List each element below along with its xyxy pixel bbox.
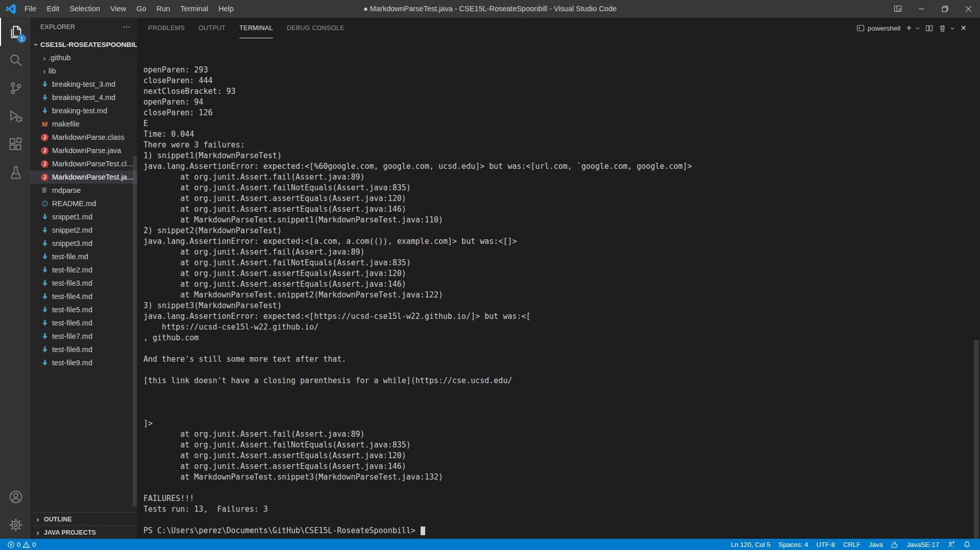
terminal-line: at org.junit.Assert.fail(Assert.java:89)	[137, 172, 973, 183]
tree-file[interactable]: snippet2.md	[30, 223, 137, 237]
bell-icon[interactable]	[959, 541, 975, 548]
tree-file[interactable]: JMarkdownParseTest.ja...	[30, 170, 137, 184]
panel-chevron-icon[interactable]: ›	[949, 27, 958, 30]
tree-file[interactable]: snippet3.md	[30, 237, 137, 250]
language-status[interactable]: Java	[865, 541, 887, 548]
terminal-line: at org.junit.Assert.fail(Assert.java:89)	[137, 247, 973, 258]
tree-file[interactable]: test-file5.md	[30, 303, 137, 316]
person-arrow-icon[interactable]	[943, 541, 959, 548]
java-runtime-status[interactable]: JavaSE-17	[902, 541, 943, 548]
file-label: test-file.md	[52, 253, 88, 261]
terminal-dropdown-chevron-icon[interactable]: ›	[914, 27, 923, 30]
thumbs-up-icon[interactable]	[887, 541, 902, 548]
close-icon[interactable]	[957, 0, 980, 17]
markdown-icon	[40, 213, 49, 220]
minimize-icon[interactable]	[910, 0, 933, 17]
terminal-scrollbar[interactable]	[974, 340, 979, 539]
menu-edit[interactable]: Edit	[41, 0, 64, 18]
section-outline[interactable]: › OUTLINE	[30, 512, 137, 526]
terminal-line: java.lang.AssertionError: expected:<[htt…	[137, 311, 973, 322]
gear-icon	[9, 518, 23, 532]
sidebar-item-testing[interactable]	[0, 158, 30, 186]
restore-icon[interactable]	[933, 0, 957, 17]
encoding-status[interactable]: UTF-8	[812, 541, 839, 548]
terminal-line	[137, 483, 973, 493]
file-label: README.md	[52, 199, 96, 208]
info-icon	[40, 200, 49, 207]
menu-bar: FileEditSelectionViewGoRunTerminalHelp	[19, 0, 239, 17]
terminal-line: E	[137, 118, 973, 129]
panel-tab-terminal[interactable]: TERMINAL	[239, 18, 273, 38]
sidebar-item-search[interactable]	[0, 46, 30, 74]
layout-panel-icon[interactable]	[886, 0, 910, 17]
menu-terminal[interactable]: Terminal	[175, 0, 213, 18]
more-actions-icon[interactable]: ⋯	[122, 22, 131, 32]
menu-help[interactable]: Help	[213, 0, 239, 18]
tree-file[interactable]: test-file8.md	[30, 343, 137, 356]
split-terminal-icon[interactable]	[925, 24, 933, 32]
sidebar-item-extensions[interactable]	[0, 130, 30, 158]
terminal-profile[interactable]: powershell	[856, 24, 901, 32]
sidebar-item-explorer[interactable]: 1	[0, 18, 30, 46]
file-tree: › CSE15L-ROSEATESPOONBILL ›.github›libbr…	[30, 36, 137, 369]
sidebar-scrollbar[interactable]	[133, 156, 137, 506]
file-label: breaking-test_4.md	[52, 93, 115, 102]
panel-tab-problems[interactable]: PROBLEMS	[148, 18, 185, 38]
tree-folder[interactable]: ›lib	[30, 64, 137, 78]
kill-terminal-icon[interactable]	[939, 24, 946, 32]
terminal-line: at org.junit.Assert.failNotEquals(Assert…	[137, 183, 973, 193]
sidebar-title: EXPLORER	[40, 23, 75, 31]
menu-file[interactable]: File	[19, 0, 41, 18]
file-label: breaking-test_3.md	[52, 80, 115, 88]
close-panel-icon[interactable]: ✕	[960, 23, 967, 33]
panel-tab-output[interactable]: OUTPUT	[199, 18, 226, 38]
warnings-icon	[22, 541, 30, 548]
tree-folder[interactable]: ›.github	[30, 51, 137, 64]
chevron-down-icon: ›	[32, 40, 41, 48]
tree-file[interactable]: mdparse	[30, 184, 137, 197]
tree-file[interactable]: test-file7.md	[30, 330, 137, 343]
tree-file[interactable]: Mmakefile	[30, 117, 137, 131]
markdown-icon	[40, 280, 49, 287]
tree-file[interactable]: test-file4.md	[30, 290, 137, 303]
file-label: test-file4.md	[52, 292, 92, 301]
settings-button[interactable]	[0, 511, 30, 539]
menu-selection[interactable]: Selection	[64, 0, 105, 18]
tree-root-folder[interactable]: › CSE15L-ROSEATESPOONBILL	[30, 38, 137, 51]
tree-file[interactable]: test-file9.md	[30, 356, 137, 369]
terminal-line: openParen: 293	[137, 65, 973, 76]
terminal[interactable]: openParen: 293closeParen: 444nextCloseBr…	[137, 38, 973, 539]
menu-view[interactable]: View	[105, 0, 131, 18]
tree-file[interactable]: breaking-test_3.md	[30, 78, 137, 91]
sidebar-item-source-control[interactable]	[0, 74, 30, 102]
tree-file[interactable]: test-file3.md	[30, 277, 137, 290]
menu-go[interactable]: Go	[131, 0, 151, 18]
terminal-line: at MarkdownParseTest.snippet2(MarkdownPa…	[137, 290, 973, 301]
tree-file[interactable]: JMarkdownParseTest.cl...	[30, 157, 137, 170]
terminal-line: , github.com	[137, 333, 973, 343]
tree-file[interactable]: breaking-test_4.md	[30, 91, 137, 104]
section-outline-label: OUTLINE	[44, 516, 72, 523]
menu-run[interactable]: Run	[152, 0, 176, 18]
accounts-button[interactable]	[0, 483, 30, 511]
tree-file[interactable]: README.md	[30, 197, 137, 210]
tree-file[interactable]: snippet1.md	[30, 210, 137, 223]
indentation-status[interactable]: Spaces: 4	[774, 541, 812, 548]
new-terminal-icon[interactable]: +	[906, 22, 912, 34]
tree-file[interactable]: breaking-test.md	[30, 104, 137, 117]
tree-file[interactable]: test-file6.md	[30, 316, 137, 330]
panel-tab-debug-console[interactable]: DEBUG CONSOLE	[287, 18, 345, 38]
eol-status[interactable]: CRLF	[839, 541, 865, 548]
tree-file[interactable]: test-file2.md	[30, 263, 137, 277]
tree-file[interactable]: test-file.md	[30, 250, 137, 263]
problems-status[interactable]: 0 0	[4, 539, 39, 550]
sidebar-item-run-and-debug[interactable]	[0, 102, 30, 130]
tree-file[interactable]: JMarkdownParse.java	[30, 144, 137, 157]
file-label: MarkdownParse.java	[52, 146, 121, 155]
tree-file[interactable]: JMarkdownParse.class	[30, 131, 137, 144]
terminal-line: Tests run: 13, Failures: 3	[137, 504, 973, 515]
terminal-line: at org.junit.Assert.failNotEquals(Assert…	[137, 440, 973, 451]
cursor-position[interactable]: Ln 120, Col 5	[727, 541, 774, 548]
terminal-line	[137, 386, 973, 397]
section-java-projects[interactable]: › JAVA PROJECTS	[30, 526, 137, 539]
